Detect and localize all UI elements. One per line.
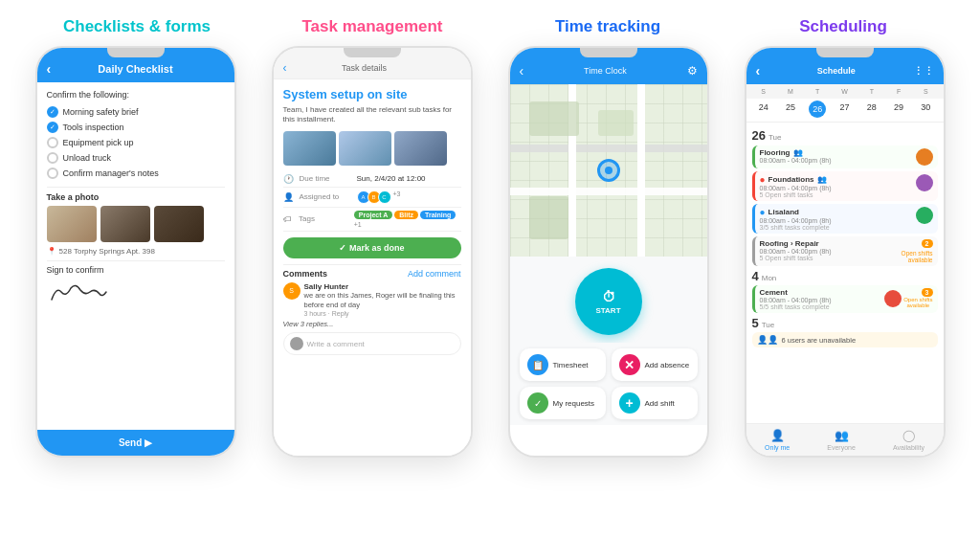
cal-day-s1: S [750, 86, 777, 97]
task-images [283, 131, 461, 166]
map-road-h1 [510, 145, 707, 152]
day-number-26: 26 [752, 128, 766, 143]
checklist-label: Confirm manager's notes [63, 168, 159, 178]
photo-label: Take a photo [47, 192, 225, 202]
cal-date-24[interactable]: 24 [750, 101, 777, 118]
start-button[interactable]: ⏱ START [575, 268, 642, 335]
calendar-dates: 24 25 26 27 28 29 30 [746, 99, 944, 123]
my-requests-icon: ✓ [527, 392, 548, 414]
photo-thumb-1[interactable] [47, 206, 97, 242]
cal-date-25[interactable]: 25 [777, 101, 804, 118]
cal-day-t2: T [858, 86, 885, 97]
sign-label: Sign to confirm [47, 265, 225, 275]
phone4-body: S M T W T F S 24 25 26 27 28 29 30 26 T [746, 84, 944, 423]
add-shift-button[interactable]: + Add shift [612, 387, 698, 419]
day-header-4: 4 Mon [752, 269, 938, 283]
cement-avatar [884, 290, 902, 307]
settings-icon[interactable]: ⚙ [687, 64, 698, 78]
cement-content: Cement 08:00am - 04:00pm (8h) 5/5 shift … [760, 288, 881, 310]
checklist-item[interactable]: Confirm manager's notes [47, 166, 225, 181]
checklist-item[interactable]: Morning safety brief [47, 104, 225, 120]
comment-meta: 3 hours · Reply [304, 310, 461, 317]
photo-thumb-3[interactable] [154, 206, 204, 242]
tag-blitz: Blitz [394, 211, 418, 219]
back-arrow-icon[interactable]: ‹ [520, 63, 524, 78]
back-arrow-icon[interactable]: ‹ [47, 61, 52, 77]
task-image-2 [339, 131, 391, 166]
phone-checklists: ‹ Daily Checklist Confirm the following:… [35, 46, 236, 458]
phone1-body: Confirm the following: Morning safety br… [37, 82, 234, 430]
comment-item: S Sally Hunter we are on this James, Rog… [283, 282, 461, 318]
assigned-label: Assigned to [300, 192, 352, 201]
feature-title-checklists: Checklists & forms [32, 17, 242, 36]
add-absence-button[interactable]: ✕ Add absence [612, 348, 698, 381]
write-comment-input[interactable]: Write a comment [283, 332, 461, 355]
schedule-item-flooring[interactable]: Flooring 👥 08:00am - 04:00pm (8h) [752, 145, 938, 168]
checklist-label: Equipment pick up [63, 138, 134, 147]
send-button[interactable]: Send ▶ [37, 430, 234, 456]
signature-area[interactable] [47, 279, 225, 305]
roofing-time: 08:00am - 04:00pm (8h) [760, 248, 898, 255]
add-comment-button[interactable]: Add comment [408, 269, 461, 279]
checklist-item[interactable]: Tools inspection [47, 120, 225, 135]
cal-date-27[interactable]: 27 [831, 101, 858, 118]
cal-date-26-today[interactable]: 26 [809, 101, 826, 118]
photo-row [47, 206, 225, 242]
map-block-3 [529, 196, 568, 239]
check-circle-unchecked[interactable] [47, 137, 58, 148]
check-circle-unchecked[interactable] [47, 152, 58, 164]
time-actions-grid: 📋 Timesheet ✕ Add absence ✓ My requests … [510, 343, 707, 425]
footer-tab-availability[interactable]: ◯ Availability [893, 429, 924, 451]
tags-label: Tags [299, 214, 349, 223]
add-shift-label: Add shift [645, 399, 675, 408]
lisaland-content: ● Lisaland 08:00am - 04:00pm (8h) 3/5 sh… [760, 207, 912, 231]
my-requests-label: My requests [553, 399, 595, 408]
schedule-item-foundations[interactable]: ● Foundations 👥 08:00am - 04:00pm (8h) 5… [752, 171, 938, 201]
mark-done-button[interactable]: ✓ Mark as done [283, 237, 461, 258]
footer-tab-only-me-label: Only me [765, 444, 790, 451]
calendar-header: S M T W T F S [746, 84, 944, 99]
footer-tab-only-me[interactable]: 👤 Only me [765, 429, 790, 451]
view-replies[interactable]: View 3 replies... [283, 320, 461, 328]
schedule-item-cement[interactable]: Cement 08:00am - 04:00pm (8h) 5/5 shift … [752, 285, 938, 313]
schedule-item-lisaland[interactable]: ● Lisaland 08:00am - 04:00pm (8h) 3/5 sh… [752, 204, 938, 234]
photo-thumb-2[interactable] [100, 206, 150, 242]
foundations-title: ● Foundations 👥 [760, 174, 912, 185]
footer-tab-everyone-label: Everyone [827, 444, 856, 451]
menu-icon[interactable]: ⋮⋮ [913, 65, 934, 78]
unavail-text: 6 users are unavailable [782, 336, 857, 345]
checklist-item[interactable]: Equipment pick up [47, 135, 225, 150]
my-requests-button[interactable]: ✓ My requests [520, 387, 606, 419]
tags-row: 🏷 Tags Project A Blitz Training +1 [283, 208, 461, 232]
assignee-extra: +3 [393, 190, 401, 204]
back-arrow-icon[interactable]: ‹ [756, 63, 761, 78]
cal-date-28[interactable]: 28 [858, 101, 885, 118]
checklist-item[interactable]: Unload truck [47, 150, 225, 166]
timesheet-button[interactable]: 📋 Timesheet [520, 348, 606, 381]
cal-date-29[interactable]: 29 [885, 101, 912, 118]
avatar-stack: A B C +3 [357, 190, 401, 204]
cal-day-t1: T [804, 86, 831, 97]
foundations-people-icon: 👥 [817, 175, 827, 184]
lisaland-avatar [916, 207, 933, 224]
cal-date-30[interactable]: 30 [912, 101, 939, 118]
comments-title: Comments [283, 269, 328, 279]
foundations-sub: 5 Open shift tasks [760, 191, 912, 198]
schedule-item-roofing[interactable]: Roofing › Repair 08:00am - 04:00pm (8h) … [752, 236, 938, 266]
phone-scheduling: ‹ Schedule ⋮⋮ S M T W T F S 24 25 26 27 … [745, 46, 946, 458]
foundations-status-icon: ● [760, 174, 766, 185]
check-circle-checked[interactable] [47, 106, 58, 118]
back-arrow-icon[interactable]: ‹ [283, 61, 287, 75]
map-road-v2 [637, 84, 645, 257]
check-circle-unchecked[interactable] [47, 168, 58, 179]
timesheet-icon: 📋 [527, 354, 548, 375]
location-row: 📍 528 Torphy Springs Apt. 398 [47, 247, 225, 256]
footer-tab-everyone[interactable]: 👥 Everyone [827, 429, 856, 451]
write-comment-placeholder: Write a comment [307, 340, 365, 348]
assignee-avatar-3: C [378, 190, 391, 204]
tags-container: Project A Blitz Training +1 [354, 211, 461, 228]
phone-tasks: ‹ Task details System setup on site Team… [272, 46, 473, 458]
timesheet-label: Timesheet [553, 361, 589, 369]
check-circle-checked[interactable] [47, 122, 58, 133]
schedule-list: 26 Tue Flooring 👥 08:00am - 04:00pm (8h) [746, 123, 944, 354]
